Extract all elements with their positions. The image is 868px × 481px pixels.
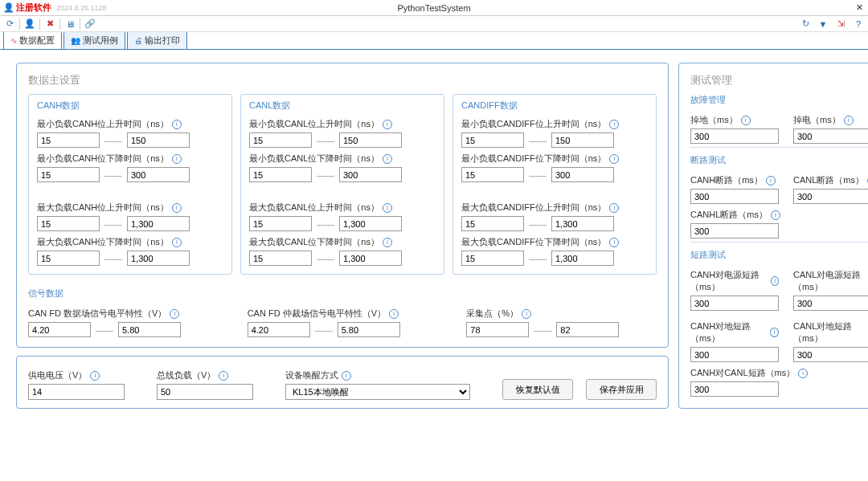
- info-icon[interactable]: i: [798, 369, 808, 378]
- canh-max-fall-lo[interactable]: [37, 251, 100, 266]
- candiff-max-rise-lo[interactable]: [461, 216, 524, 231]
- toolbar-right-export-icon[interactable]: ⇲: [834, 18, 847, 31]
- info-icon[interactable]: i: [609, 120, 619, 129]
- group-canl: CANL数据 最小负载CANL位上升时间（ns）i —— 最小负载CANL位下降…: [240, 94, 444, 275]
- info-icon[interactable]: i: [609, 154, 619, 164]
- info-icon[interactable]: i: [172, 238, 182, 247]
- sig-data-level-label: CAN FD 数据场信号电平特性（V）i: [28, 308, 219, 320]
- canl-max-rise-hi[interactable]: [339, 216, 402, 231]
- info-icon[interactable]: i: [844, 116, 854, 125]
- canl-min-rise-hi[interactable]: [339, 132, 402, 148]
- canl-min-rise-lo[interactable]: [249, 132, 312, 148]
- open-title: 断路测试: [690, 154, 868, 166]
- candiff-max-rise-label: 最大负载CANDIFF位上升时间（ns）i: [461, 202, 648, 214]
- short-canh-gnd-input[interactable]: [690, 347, 779, 362]
- info-icon[interactable]: i: [170, 309, 179, 319]
- restore-defaults-button[interactable]: 恢复默认值: [502, 379, 573, 400]
- register-label[interactable]: 注册软件: [16, 2, 51, 14]
- tab-output-print[interactable]: 🖨 输出打印: [127, 31, 187, 49]
- save-apply-button[interactable]: 保存并应用: [586, 379, 657, 400]
- tab-icon: 🖨: [134, 36, 142, 45]
- candiff-min-rise-hi[interactable]: [551, 132, 614, 148]
- short-canh-canl-input[interactable]: [690, 381, 779, 397]
- canl-min-fall-hi[interactable]: [339, 167, 402, 182]
- fault-pwr-input[interactable]: [793, 128, 868, 144]
- canl-min-fall-lo[interactable]: [249, 167, 312, 182]
- canh-max-rise-hi[interactable]: [127, 216, 190, 231]
- short-canh-pwr-input[interactable]: [690, 296, 779, 311]
- sig-arb-level-lo[interactable]: [248, 322, 310, 337]
- vsupply-input[interactable]: [28, 384, 125, 400]
- info-icon[interactable]: i: [389, 309, 399, 319]
- open-canhl-input[interactable]: [690, 223, 779, 238]
- info-icon[interactable]: i: [609, 238, 619, 247]
- info-icon[interactable]: i: [342, 371, 351, 381]
- open-canh-input[interactable]: [690, 189, 779, 204]
- info-icon[interactable]: i: [741, 116, 751, 125]
- info-icon[interactable]: i: [383, 238, 392, 247]
- toolbar-right-filter-icon[interactable]: ▼: [817, 18, 829, 31]
- tab-icon: ∿: [10, 36, 17, 45]
- info-icon[interactable]: i: [771, 210, 780, 220]
- sig-sample-hi[interactable]: [556, 322, 619, 337]
- canh-max-rise-lo[interactable]: [37, 216, 100, 231]
- info-icon[interactable]: i: [383, 120, 392, 129]
- close-icon[interactable]: ✕: [856, 2, 863, 13]
- candiff-max-fall-lo[interactable]: [461, 251, 524, 266]
- toolbar-btn-4[interactable]: 🖥: [63, 18, 76, 31]
- info-icon[interactable]: i: [770, 328, 779, 337]
- info-icon[interactable]: i: [522, 309, 531, 319]
- info-icon[interactable]: i: [771, 276, 779, 286]
- sig-data-level-hi[interactable]: [118, 322, 181, 337]
- sig-data-level-lo[interactable]: [28, 322, 91, 337]
- sig-arb-level-hi[interactable]: [338, 322, 400, 337]
- info-icon[interactable]: i: [172, 154, 182, 164]
- info-icon[interactable]: i: [383, 154, 392, 164]
- candiff-min-rise-lo[interactable]: [461, 132, 524, 148]
- busload-input[interactable]: [157, 384, 253, 400]
- group-canl-title: CANL数据: [249, 100, 436, 112]
- toolbar-btn-1[interactable]: ⟳: [3, 18, 16, 31]
- candiff-min-fall-lo[interactable]: [461, 167, 524, 182]
- titlebar: 👤 注册软件 2024.8.26.1128 PythonTestSystem ✕: [0, 0, 868, 16]
- info-icon[interactable]: i: [766, 176, 776, 185]
- open-canl-input[interactable]: [793, 189, 868, 204]
- canl-max-fall-lo[interactable]: [249, 251, 312, 266]
- wake-select[interactable]: KL15本地唤醒: [285, 384, 470, 400]
- toolbar-right-help-icon[interactable]: ?: [852, 18, 865, 31]
- tab-test-cases[interactable]: 👥 测试用例: [63, 31, 125, 49]
- info-icon[interactable]: i: [172, 203, 182, 213]
- canh-min-fall-label: 最小负载CANH位下降时间（ns）i: [37, 153, 223, 165]
- fault-title: 故障管理: [690, 94, 868, 106]
- toolbar-btn-5[interactable]: 🔗: [84, 18, 96, 31]
- canh-min-fall-hi[interactable]: [127, 167, 190, 182]
- short-canl-pwr-input[interactable]: [793, 296, 868, 311]
- info-icon[interactable]: i: [219, 371, 228, 381]
- canl-max-fall-hi[interactable]: [339, 251, 402, 266]
- info-icon[interactable]: i: [90, 371, 100, 381]
- toolbar-btn-3[interactable]: ✖: [43, 18, 56, 31]
- short-canl-gnd-input[interactable]: [793, 347, 868, 362]
- info-icon[interactable]: i: [172, 120, 182, 129]
- canh-min-rise-hi[interactable]: [127, 132, 190, 148]
- canh-min-rise-lo[interactable]: [37, 132, 100, 148]
- fault-gnd-input[interactable]: [690, 128, 779, 144]
- panel-main-settings: 数据主设置 CANH数据 最小负载CANH位上升时间（ns）i —— 最小负载C…: [16, 63, 669, 348]
- canl-min-fall-label: 最小负载CANL位下降时间（ns）i: [249, 153, 436, 165]
- short-title: 短路测试: [690, 249, 868, 261]
- candiff-min-fall-hi[interactable]: [551, 167, 614, 182]
- canl-max-rise-lo[interactable]: [249, 216, 312, 231]
- candiff-max-fall-hi[interactable]: [551, 251, 614, 266]
- candiff-max-rise-hi[interactable]: [551, 216, 614, 231]
- info-icon[interactable]: i: [609, 203, 619, 213]
- toolbar-btn-2[interactable]: 👤: [23, 18, 36, 31]
- canh-max-fall-hi[interactable]: [127, 251, 190, 266]
- sig-sample-lo[interactable]: [466, 322, 529, 337]
- canh-min-fall-lo[interactable]: [37, 167, 100, 182]
- tab-data-config[interactable]: ∿ 数据配置: [3, 31, 62, 49]
- toolbar-right-refresh-icon[interactable]: ↻: [799, 18, 812, 31]
- info-icon[interactable]: i: [383, 203, 392, 213]
- canl-max-rise-label: 最大负载CANL位上升时间（ns）i: [249, 202, 436, 214]
- tab-label: 测试用例: [83, 35, 118, 47]
- content: 数据主设置 CANH数据 最小负载CANH位上升时间（ns）i —— 最小负载C…: [0, 50, 868, 417]
